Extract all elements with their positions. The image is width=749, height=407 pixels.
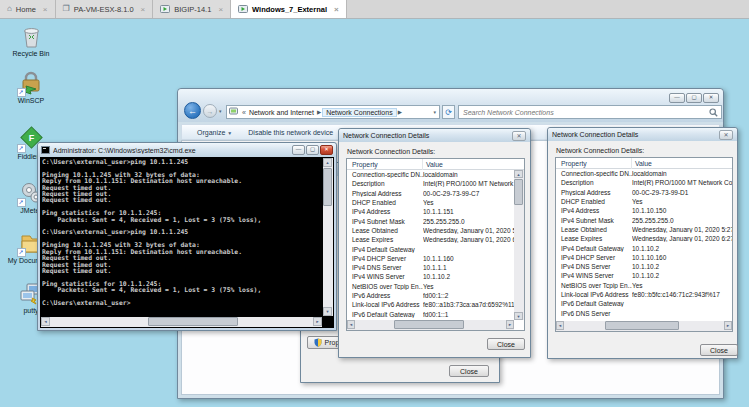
table-row[interactable]: DescriptionIntel(R) PRO/1000 MT Network … [556,178,732,187]
maximize-button[interactable]: ▢ [686,93,702,103]
tab-pa-vm-esx[interactable]: ❐ PA-VM-ESX-8.1.0 × [56,0,154,18]
close-button[interactable]: Close [700,344,738,356]
refresh-button[interactable]: ⟳ [442,105,455,119]
value-column-header[interactable]: Value [423,161,443,168]
breadcrumb-network-and-internet[interactable]: Network and Internet [247,109,316,116]
scroll-left-icon[interactable]: ◄ [347,320,355,329]
scrollbar-thumb[interactable] [394,320,464,329]
value-cell: fe80::a1b3:73ca:aa7d:6592%11 [423,301,514,308]
scrollbar-thumb[interactable] [148,317,238,326]
minimize-button[interactable]: — [292,145,305,155]
organize-menu[interactable]: Organize ▼ [197,129,232,136]
close-tab-icon[interactable]: × [334,5,339,14]
scroll-left-icon[interactable]: ◄ [556,321,564,330]
console-screen[interactable]: C:\Users\external_user>ping 10.1.1.245 P… [40,157,334,328]
desktop-icon-recycle-bin[interactable]: Recycle Bin [3,23,59,58]
tab-windows-7-external[interactable]: Windows_7_External × [231,0,347,18]
horizontal-scrollbar[interactable]: ◄ ► [347,320,514,330]
table-row[interactable]: NetBIOS over Tcpip En...Yes [556,281,732,290]
cmd-titlebar[interactable]: Administrator: C:\Windows\system32\cmd.e… [38,143,336,157]
close-button[interactable]: ✕ [703,93,719,103]
value-column-header[interactable]: Value [632,160,652,167]
disable-network-device-button[interactable]: Disable this network device [248,129,333,136]
table-header[interactable]: Property Value [556,158,732,169]
scrollbar-thumb[interactable] [605,321,679,330]
scroll-down-icon[interactable]: ▼ [514,312,523,320]
table-row[interactable]: IPv6 DNS Server [556,308,732,317]
table-row[interactable]: Physical Address00-0C-29-73-99-D1 [556,188,732,197]
console-output[interactable]: C:\Users\external_user>ping 10.1.1.245 P… [42,159,322,316]
property-column-header[interactable]: Property [556,158,632,169]
network-connection-details-dialog-right: Network Connection Details ✕ Network Con… [547,127,738,359]
address-bar[interactable]: « Network and Internet ▶ Network Connect… [226,105,440,119]
vertical-scrollbar[interactable]: ▲ ▼ [323,158,333,316]
breadcrumb-network-connections[interactable]: Network Connections [322,108,397,117]
table-row[interactable]: NetBIOS over Tcpip En...Yes [347,282,514,291]
scroll-down-icon[interactable]: ▼ [323,307,332,316]
dialog-titlebar[interactable]: Network Connection Details ✕ [339,129,530,142]
search-input[interactable] [459,109,709,116]
scrollbar-thumb[interactable] [323,168,332,206]
recent-pages-dropdown-icon[interactable]: ▾ [219,108,222,114]
table-row[interactable]: IPv4 Default Gateway10.1.10.2 [556,243,732,252]
table-row[interactable]: Connection-specific DN...localdomain [347,170,514,179]
table-row[interactable]: IPv6 Addressfd00:1::2 [347,291,514,300]
close-tab-icon[interactable]: × [43,5,48,14]
horizontal-scrollbar[interactable]: ◄ ► [556,321,732,331]
table-row[interactable]: IPv4 Address10.1.1.151 [347,207,514,216]
table-row[interactable]: IPv4 DHCP Server10.1.10.160 [556,253,732,262]
scroll-right-icon[interactable]: ► [506,320,514,329]
table-row[interactable]: Lease ObtainedWednesday, January 01, 202… [347,226,514,235]
table-row[interactable]: IPv6 Default Gatewayfd00:1::1 [347,309,514,318]
table-row[interactable]: Lease ObtainedWednesday, January 01, 202… [556,225,732,234]
maximize-button[interactable]: ▢ [306,145,319,155]
scrollbar-thumb[interactable] [514,179,523,205]
close-icon[interactable]: ✕ [719,130,733,140]
close-button[interactable]: ✕ [320,145,333,155]
minimize-button[interactable]: — [669,93,685,103]
table-row[interactable]: DHCP EnabledYes [347,198,514,207]
table-row[interactable]: IPv4 DNS Server10.1.1.1 [347,263,514,272]
table-row[interactable]: IPv4 WINS Server10.1.10.2 [347,272,514,281]
table-row[interactable]: IPv4 WINS Server10.1.10.2 [556,271,732,280]
forward-button[interactable]: → [203,104,217,118]
address-dropdown-icon[interactable]: ▾ [433,109,439,115]
scroll-right-icon[interactable]: ► [313,317,322,326]
table-row[interactable]: Connection-specific DN...localdomain [556,169,732,178]
table-row[interactable]: Lease ExpiresWednesday, January 01, 2020… [556,234,732,243]
close-button[interactable]: Close [449,365,489,377]
desktop-icon-winscp[interactable]: ➚ WinSCP [3,70,59,105]
scroll-left-icon[interactable]: ◄ [41,317,50,326]
table-row[interactable]: IPv4 Default Gateway [347,244,514,253]
table-row[interactable]: Link-local IPv6 Addressfe80::b5fc:c146:7… [556,290,732,299]
tab-bigip[interactable]: BIGIP-14.1 × [153,0,231,18]
scroll-up-icon[interactable]: ▲ [514,170,523,178]
table-row[interactable]: Lease ExpiresWednesday, January 01, 2020… [347,235,514,244]
vertical-scrollbar[interactable]: ▲ ▼ [514,170,524,320]
property-column-header[interactable]: Property [347,159,423,170]
table-row[interactable]: IPv4 DNS Server10.1.10.2 [556,262,732,271]
table-row[interactable]: IPv4 DHCP Server10.1.1.160 [347,254,514,263]
table-header[interactable]: Property Value [347,159,524,170]
table-row[interactable]: IPv4 Address10.1.10.150 [556,206,732,215]
table-row[interactable]: DHCP EnabledYes [556,197,732,206]
close-tab-icon[interactable]: × [218,5,223,14]
back-button[interactable]: ← [184,102,201,119]
breadcrumb-separator-icon[interactable]: ▶ [397,109,403,115]
horizontal-scrollbar[interactable]: ◄ ► [41,317,322,327]
close-button[interactable]: Close [487,338,525,350]
search-icon[interactable] [709,103,721,121]
table-row[interactable]: Link-local IPv6 Addressfe80::a1b3:73ca:a… [347,300,514,309]
table-row[interactable]: Physical Address00-0C-29-73-99-C7 [347,189,514,198]
table-row[interactable]: DescriptionIntel(R) PRO/1000 MT Network … [347,179,514,188]
table-row[interactable]: IPv6 Default Gateway [556,299,732,308]
close-icon[interactable]: ✕ [512,131,526,141]
table-row[interactable]: IPv4 Subnet Mask255.255.255.0 [347,216,514,225]
tab-home[interactable]: ⌂ Home × [0,0,56,18]
scroll-right-icon[interactable]: ► [724,321,732,330]
network-connection-details-dialog-left: Network Connection Details ✕ Network Con… [338,128,531,358]
close-tab-icon[interactable]: × [141,5,146,14]
scroll-up-icon[interactable]: ▲ [323,158,332,167]
dialog-titlebar[interactable]: Network Connection Details ✕ [548,128,737,141]
table-row[interactable]: IPv4 Subnet Mask255.255.255.0 [556,215,732,224]
